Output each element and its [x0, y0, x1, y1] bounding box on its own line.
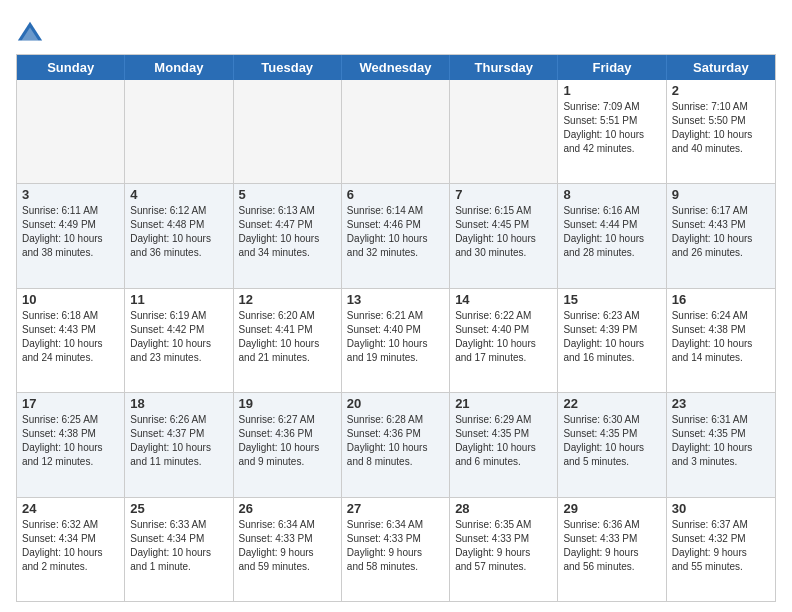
calendar-cell: 11Sunrise: 6:19 AM Sunset: 4:42 PM Dayli… — [125, 289, 233, 392]
day-number: 8 — [563, 187, 660, 202]
calendar-cell: 17Sunrise: 6:25 AM Sunset: 4:38 PM Dayli… — [17, 393, 125, 496]
calendar-cell: 28Sunrise: 6:35 AM Sunset: 4:33 PM Dayli… — [450, 498, 558, 601]
day-number: 19 — [239, 396, 336, 411]
day-number: 25 — [130, 501, 227, 516]
day-info: Sunrise: 6:28 AM Sunset: 4:36 PM Dayligh… — [347, 413, 444, 469]
page: SundayMondayTuesdayWednesdayThursdayFrid… — [0, 0, 792, 612]
calendar-cell: 10Sunrise: 6:18 AM Sunset: 4:43 PM Dayli… — [17, 289, 125, 392]
calendar-cell: 6Sunrise: 6:14 AM Sunset: 4:46 PM Daylig… — [342, 184, 450, 287]
day-info: Sunrise: 6:19 AM Sunset: 4:42 PM Dayligh… — [130, 309, 227, 365]
weekday-header: Friday — [558, 55, 666, 80]
day-number: 3 — [22, 187, 119, 202]
calendar-body: 1Sunrise: 7:09 AM Sunset: 5:51 PM Daylig… — [17, 80, 775, 601]
calendar-wrapper: SundayMondayTuesdayWednesdayThursdayFrid… — [16, 54, 776, 602]
logo — [16, 20, 48, 48]
calendar-cell: 5Sunrise: 6:13 AM Sunset: 4:47 PM Daylig… — [234, 184, 342, 287]
calendar-cell: 21Sunrise: 6:29 AM Sunset: 4:35 PM Dayli… — [450, 393, 558, 496]
weekday-header: Monday — [125, 55, 233, 80]
day-number: 4 — [130, 187, 227, 202]
day-info: Sunrise: 6:14 AM Sunset: 4:46 PM Dayligh… — [347, 204, 444, 260]
calendar-cell — [125, 80, 233, 183]
day-number: 1 — [563, 83, 660, 98]
calendar-row: 24Sunrise: 6:32 AM Sunset: 4:34 PM Dayli… — [17, 498, 775, 601]
calendar-cell: 9Sunrise: 6:17 AM Sunset: 4:43 PM Daylig… — [667, 184, 775, 287]
weekday-header: Saturday — [667, 55, 775, 80]
day-number: 28 — [455, 501, 552, 516]
calendar-cell — [234, 80, 342, 183]
day-number: 11 — [130, 292, 227, 307]
day-number: 16 — [672, 292, 770, 307]
day-info: Sunrise: 6:20 AM Sunset: 4:41 PM Dayligh… — [239, 309, 336, 365]
calendar-cell: 13Sunrise: 6:21 AM Sunset: 4:40 PM Dayli… — [342, 289, 450, 392]
calendar-cell: 24Sunrise: 6:32 AM Sunset: 4:34 PM Dayli… — [17, 498, 125, 601]
day-number: 2 — [672, 83, 770, 98]
calendar-cell: 26Sunrise: 6:34 AM Sunset: 4:33 PM Dayli… — [234, 498, 342, 601]
weekday-header: Sunday — [17, 55, 125, 80]
weekday-header: Wednesday — [342, 55, 450, 80]
day-info: Sunrise: 6:21 AM Sunset: 4:40 PM Dayligh… — [347, 309, 444, 365]
day-info: Sunrise: 6:22 AM Sunset: 4:40 PM Dayligh… — [455, 309, 552, 365]
calendar-cell: 22Sunrise: 6:30 AM Sunset: 4:35 PM Dayli… — [558, 393, 666, 496]
calendar-header: SundayMondayTuesdayWednesdayThursdayFrid… — [17, 55, 775, 80]
day-number: 26 — [239, 501, 336, 516]
calendar-cell: 19Sunrise: 6:27 AM Sunset: 4:36 PM Dayli… — [234, 393, 342, 496]
day-number: 24 — [22, 501, 119, 516]
day-number: 30 — [672, 501, 770, 516]
day-info: Sunrise: 6:16 AM Sunset: 4:44 PM Dayligh… — [563, 204, 660, 260]
day-number: 20 — [347, 396, 444, 411]
day-info: Sunrise: 6:24 AM Sunset: 4:38 PM Dayligh… — [672, 309, 770, 365]
day-info: Sunrise: 7:09 AM Sunset: 5:51 PM Dayligh… — [563, 100, 660, 156]
day-number: 18 — [130, 396, 227, 411]
day-info: Sunrise: 6:26 AM Sunset: 4:37 PM Dayligh… — [130, 413, 227, 469]
day-info: Sunrise: 6:30 AM Sunset: 4:35 PM Dayligh… — [563, 413, 660, 469]
calendar-row: 1Sunrise: 7:09 AM Sunset: 5:51 PM Daylig… — [17, 80, 775, 184]
day-number: 27 — [347, 501, 444, 516]
day-info: Sunrise: 6:36 AM Sunset: 4:33 PM Dayligh… — [563, 518, 660, 574]
day-number: 6 — [347, 187, 444, 202]
day-info: Sunrise: 6:32 AM Sunset: 4:34 PM Dayligh… — [22, 518, 119, 574]
weekday-header: Thursday — [450, 55, 558, 80]
calendar-row: 3Sunrise: 6:11 AM Sunset: 4:49 PM Daylig… — [17, 184, 775, 288]
calendar-cell — [17, 80, 125, 183]
calendar-cell: 4Sunrise: 6:12 AM Sunset: 4:48 PM Daylig… — [125, 184, 233, 287]
day-number: 12 — [239, 292, 336, 307]
day-info: Sunrise: 6:15 AM Sunset: 4:45 PM Dayligh… — [455, 204, 552, 260]
calendar-cell: 29Sunrise: 6:36 AM Sunset: 4:33 PM Dayli… — [558, 498, 666, 601]
day-number: 23 — [672, 396, 770, 411]
day-number: 15 — [563, 292, 660, 307]
calendar-cell: 2Sunrise: 7:10 AM Sunset: 5:50 PM Daylig… — [667, 80, 775, 183]
day-info: Sunrise: 6:25 AM Sunset: 4:38 PM Dayligh… — [22, 413, 119, 469]
calendar-cell: 7Sunrise: 6:15 AM Sunset: 4:45 PM Daylig… — [450, 184, 558, 287]
day-info: Sunrise: 6:33 AM Sunset: 4:34 PM Dayligh… — [130, 518, 227, 574]
day-info: Sunrise: 6:11 AM Sunset: 4:49 PM Dayligh… — [22, 204, 119, 260]
day-number: 10 — [22, 292, 119, 307]
day-info: Sunrise: 6:34 AM Sunset: 4:33 PM Dayligh… — [239, 518, 336, 574]
weekday-header: Tuesday — [234, 55, 342, 80]
day-number: 29 — [563, 501, 660, 516]
day-number: 17 — [22, 396, 119, 411]
day-info: Sunrise: 6:17 AM Sunset: 4:43 PM Dayligh… — [672, 204, 770, 260]
day-number: 7 — [455, 187, 552, 202]
day-info: Sunrise: 6:13 AM Sunset: 4:47 PM Dayligh… — [239, 204, 336, 260]
day-info: Sunrise: 6:12 AM Sunset: 4:48 PM Dayligh… — [130, 204, 227, 260]
calendar-cell: 23Sunrise: 6:31 AM Sunset: 4:35 PM Dayli… — [667, 393, 775, 496]
day-info: Sunrise: 6:18 AM Sunset: 4:43 PM Dayligh… — [22, 309, 119, 365]
day-info: Sunrise: 6:23 AM Sunset: 4:39 PM Dayligh… — [563, 309, 660, 365]
day-number: 5 — [239, 187, 336, 202]
day-info: Sunrise: 7:10 AM Sunset: 5:50 PM Dayligh… — [672, 100, 770, 156]
day-number: 22 — [563, 396, 660, 411]
calendar-row: 17Sunrise: 6:25 AM Sunset: 4:38 PM Dayli… — [17, 393, 775, 497]
day-info: Sunrise: 6:37 AM Sunset: 4:32 PM Dayligh… — [672, 518, 770, 574]
logo-icon — [16, 20, 44, 48]
calendar-cell: 27Sunrise: 6:34 AM Sunset: 4:33 PM Dayli… — [342, 498, 450, 601]
day-info: Sunrise: 6:29 AM Sunset: 4:35 PM Dayligh… — [455, 413, 552, 469]
calendar-cell: 3Sunrise: 6:11 AM Sunset: 4:49 PM Daylig… — [17, 184, 125, 287]
calendar-cell — [450, 80, 558, 183]
calendar-cell: 20Sunrise: 6:28 AM Sunset: 4:36 PM Dayli… — [342, 393, 450, 496]
calendar-cell: 8Sunrise: 6:16 AM Sunset: 4:44 PM Daylig… — [558, 184, 666, 287]
calendar-cell: 12Sunrise: 6:20 AM Sunset: 4:41 PM Dayli… — [234, 289, 342, 392]
day-info: Sunrise: 6:35 AM Sunset: 4:33 PM Dayligh… — [455, 518, 552, 574]
day-number: 9 — [672, 187, 770, 202]
day-info: Sunrise: 6:27 AM Sunset: 4:36 PM Dayligh… — [239, 413, 336, 469]
header — [16, 16, 776, 48]
